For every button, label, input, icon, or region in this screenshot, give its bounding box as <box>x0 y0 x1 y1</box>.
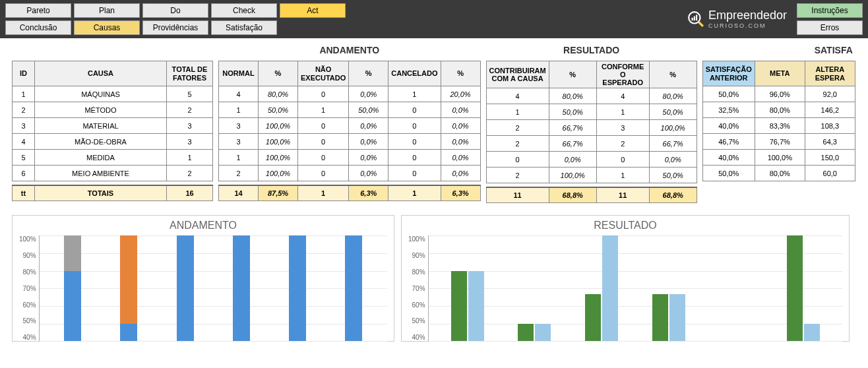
cell[interactable]: 100,0% <box>259 166 298 181</box>
cell[interactable]: 50,0% <box>702 86 755 102</box>
cell[interactable]: 4 <box>219 86 259 102</box>
cell[interactable]: 0 <box>298 118 349 134</box>
cell[interactable]: 0 <box>388 118 441 134</box>
cell[interactable]: 0,0% <box>349 118 388 134</box>
cell[interactable]: 50,0% <box>549 104 596 120</box>
cell[interactable]: 80,0% <box>549 88 596 104</box>
cell[interactable]: 50,0% <box>649 168 697 183</box>
cell[interactable]: 0,0% <box>441 102 480 118</box>
conclusao-button[interactable]: Conclusão <box>5 20 71 35</box>
cell[interactable]: 2 <box>219 166 259 181</box>
cell[interactable]: 80,0% <box>755 102 805 118</box>
cell[interactable]: 3 <box>167 134 213 150</box>
cell[interactable]: 32,5% <box>702 102 755 118</box>
cell[interactable]: MÉTODO <box>35 102 167 118</box>
cell[interactable]: 1 <box>167 150 213 166</box>
cell[interactable]: 66,7% <box>649 136 697 152</box>
cell[interactable]: 0,0% <box>649 152 697 168</box>
cell[interactable]: 64,3 <box>805 134 855 150</box>
cell[interactable]: 2 <box>596 136 649 152</box>
cell[interactable]: 1 <box>298 102 349 118</box>
cell[interactable]: 100,0% <box>259 118 298 134</box>
cell[interactable]: 2 <box>486 120 549 136</box>
cell[interactable]: 4 <box>596 88 649 104</box>
cell[interactable]: 76,7% <box>755 134 805 150</box>
cell[interactable]: 0 <box>388 134 441 150</box>
cell[interactable]: 40,0% <box>702 118 755 134</box>
cell[interactable]: 0,0% <box>549 152 596 168</box>
cell[interactable]: 3 <box>13 118 35 134</box>
cell[interactable]: 3 <box>167 118 213 134</box>
plan-button[interactable]: Plan <box>74 3 140 18</box>
cell[interactable]: 1 <box>388 86 441 102</box>
cell[interactable]: 3 <box>596 120 649 136</box>
cell[interactable]: 80,0% <box>755 166 805 181</box>
cell[interactable]: 0,0% <box>349 86 388 102</box>
cell[interactable]: MEIO AMBIENTE <box>35 166 167 181</box>
cell[interactable]: 0,0% <box>349 166 388 181</box>
cell[interactable]: 92,0 <box>805 86 855 102</box>
cell[interactable]: 0 <box>298 166 349 181</box>
cell[interactable]: 0 <box>388 166 441 181</box>
act-button[interactable]: Act <box>280 3 346 18</box>
cell[interactable]: 0,0% <box>441 166 480 181</box>
cell[interactable]: 1 <box>596 168 649 183</box>
cell[interactable]: 2 <box>167 166 213 181</box>
cell[interactable]: 50,0% <box>649 104 697 120</box>
cell[interactable]: 0 <box>298 150 349 166</box>
cell[interactable]: 0 <box>486 152 549 168</box>
cell[interactable]: 2 <box>167 102 213 118</box>
cell[interactable]: 1 <box>219 150 259 166</box>
cell[interactable]: 100,0% <box>755 150 805 166</box>
cell[interactable]: 60,0 <box>805 166 855 181</box>
cell[interactable]: MATERIAL <box>35 118 167 134</box>
cell[interactable]: 50,0% <box>349 102 388 118</box>
cell[interactable]: 3 <box>219 118 259 134</box>
cell[interactable]: 0,0% <box>441 134 480 150</box>
cell[interactable]: MÃO-DE-OBRA <box>35 134 167 150</box>
do-button[interactable]: Do <box>142 3 208 18</box>
cell[interactable]: 108,3 <box>805 118 855 134</box>
check-button[interactable]: Check <box>211 3 277 18</box>
cell[interactable]: 4 <box>486 88 549 104</box>
cell[interactable]: 80,0% <box>259 86 298 102</box>
cell[interactable]: MÁQUINAS <box>35 86 167 102</box>
instrucoes-button[interactable]: Instruções <box>797 3 863 18</box>
cell[interactable]: 0,0% <box>441 150 480 166</box>
cell[interactable]: 0,0% <box>349 134 388 150</box>
cell[interactable]: 4 <box>13 134 35 150</box>
cell[interactable]: 0 <box>388 102 441 118</box>
cell[interactable]: 2 <box>486 136 549 152</box>
cell[interactable]: 100,0% <box>649 120 697 136</box>
cell[interactable]: 1 <box>13 86 35 102</box>
cell[interactable]: 40,0% <box>702 150 755 166</box>
cell[interactable]: 96,0% <box>755 86 805 102</box>
cell[interactable]: 2 <box>486 168 549 183</box>
cell[interactable]: 0,0% <box>349 150 388 166</box>
cell[interactable]: 2 <box>13 102 35 118</box>
cell[interactable]: 100,0% <box>549 168 596 183</box>
cell[interactable]: 50,0% <box>702 166 755 181</box>
pareto-button[interactable]: Pareto <box>5 3 71 18</box>
cell[interactable]: 0,0% <box>441 118 480 134</box>
cell[interactable]: 1 <box>596 104 649 120</box>
cell[interactable]: 100,0% <box>259 150 298 166</box>
satisfacao-button[interactable]: Satisfação <box>211 20 277 35</box>
cell[interactable]: 80,0% <box>649 88 697 104</box>
cell[interactable]: 100,0% <box>259 134 298 150</box>
cell[interactable]: 0 <box>298 86 349 102</box>
cell[interactable]: 146,2 <box>805 102 855 118</box>
causas-button[interactable]: Causas <box>74 20 140 35</box>
cell[interactable]: 66,7% <box>549 120 596 136</box>
cell[interactable]: 0 <box>388 150 441 166</box>
providencias-button[interactable]: Providências <box>142 20 208 35</box>
cell[interactable]: 1 <box>219 102 259 118</box>
cell[interactable]: 0 <box>298 134 349 150</box>
cell[interactable]: 5 <box>13 150 35 166</box>
erros-button[interactable]: Erros <box>797 20 863 35</box>
cell[interactable]: 3 <box>219 134 259 150</box>
cell[interactable]: 0 <box>596 152 649 168</box>
cell[interactable]: 5 <box>167 86 213 102</box>
cell[interactable]: 150,0 <box>805 150 855 166</box>
cell[interactable]: MEDIDA <box>35 150 167 166</box>
